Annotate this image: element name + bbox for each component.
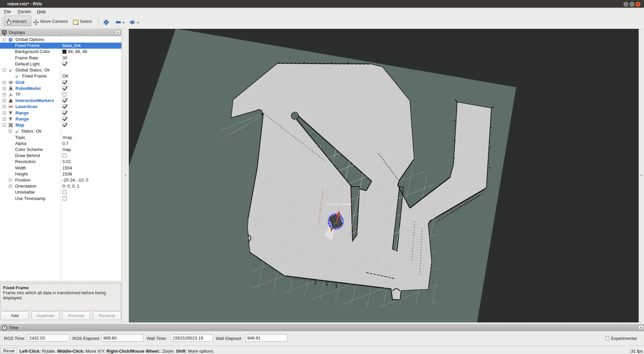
svg-text:ROBOT INTERACTION MARKER: ROBOT INTERACTION MARKER [327,204,352,205]
